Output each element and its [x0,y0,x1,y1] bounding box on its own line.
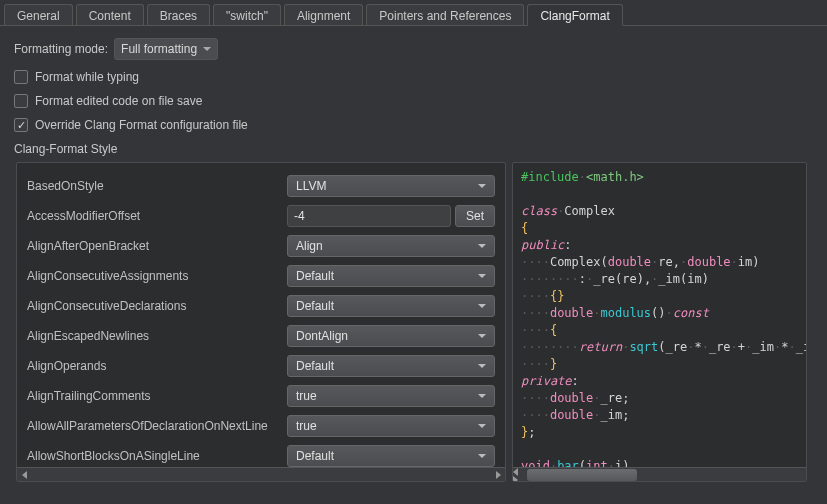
tab-bar: GeneralContentBraces"switch"AlignmentPoi… [0,0,827,26]
set-button[interactable]: Set [455,205,495,227]
settings-pane: BasedOnStyleLLVMAccessModifierOffsetSetA… [16,162,506,482]
setting-value: Default [296,359,334,373]
code-body: #include·<math.h> class·Complex { public… [513,163,806,467]
setting-name: AlignConsecutiveAssignments [27,269,287,283]
setting-row-alignconsecutivedeclarations: AlignConsecutiveDeclarationsDefault [27,291,495,321]
caret-down-icon [203,47,211,51]
setting-combo-basedonstyle[interactable]: LLVM [287,175,495,197]
setting-combo-alignafteropenbracket[interactable]: Align [287,235,495,257]
tab-switch[interactable]: "switch" [213,4,281,25]
caret-down-icon [478,454,486,458]
code-preview-pane: #include·<math.h> class·Complex { public… [512,162,807,482]
tab-pointersandreferences[interactable]: Pointers and References [366,4,524,25]
setting-combo-allowallparametersofdeclarationonnextline[interactable]: true [287,415,495,437]
checkbox-label: Format edited code on file save [35,94,202,108]
setting-value: Default [296,449,334,463]
setting-name: AlignOperands [27,359,287,373]
checkbox-label: Override Clang Format configuration file [35,118,248,132]
caret-down-icon [478,304,486,308]
setting-row-allowshortblocksonasingleline: AllowShortBlocksOnASingleLineDefault [27,441,495,467]
scroll-right-icon[interactable] [491,468,505,482]
checkbox-box: ✓ [14,118,28,132]
scroll-left-icon[interactable] [17,468,31,482]
setting-value: Default [296,299,334,313]
checkbox-box [14,70,28,84]
main-panel: Formatting mode: Full formatting Format … [0,26,827,482]
setting-row-aligntrailingcomments: AlignTrailingCommentstrue [27,381,495,411]
setting-name: AlignAfterOpenBracket [27,239,287,253]
formatting-mode-label: Formatting mode: [14,42,108,56]
caret-down-icon [478,424,486,428]
caret-down-icon [478,244,486,248]
setting-name: BasedOnStyle [27,179,287,193]
setting-input-accessmodifieroffset[interactable] [287,205,451,227]
setting-name: AlignConsecutiveDeclarations [27,299,287,313]
setting-name: AlignTrailingComments [27,389,287,403]
setting-row-allowallparametersofdeclarationonnextline: AllowAllParametersOfDeclarationOnNextLin… [27,411,495,441]
caret-down-icon [478,394,486,398]
setting-row-accessmodifieroffset: AccessModifierOffsetSet [27,201,495,231]
scroll-thumb[interactable] [527,469,637,481]
setting-row-basedonstyle: BasedOnStyleLLVM [27,171,495,201]
setting-row-alignconsecutiveassignments: AlignConsecutiveAssignmentsDefault [27,261,495,291]
setting-name: AlignEscapedNewlines [27,329,287,343]
code-hscrollbar[interactable] [513,467,806,481]
tab-general[interactable]: General [4,4,73,25]
tab-alignment[interactable]: Alignment [284,4,363,25]
setting-combo-alignconsecutiveassignments[interactable]: Default [287,265,495,287]
setting-row-alignafteropenbracket: AlignAfterOpenBracketAlign [27,231,495,261]
setting-value: true [296,389,317,403]
formatting-mode-dropdown[interactable]: Full formatting [114,38,218,60]
setting-name: AllowAllParametersOfDeclarationOnNextLin… [27,419,287,433]
checkbox-box [14,94,28,108]
setting-value: DontAlign [296,329,348,343]
caret-down-icon [478,184,486,188]
setting-combo-allowshortblocksonasingleline[interactable]: Default [287,445,495,467]
format-while-typing-checkbox[interactable]: Format while typing [14,70,139,84]
setting-name: AccessModifierOffset [27,209,287,223]
settings-hscrollbar[interactable] [17,467,505,481]
setting-value: true [296,419,317,433]
checkbox-label: Format while typing [35,70,139,84]
override-config-checkbox[interactable]: ✓ Override Clang Format configuration fi… [14,118,248,132]
setting-name: AllowShortBlocksOnASingleLine [27,449,287,463]
caret-down-icon [478,364,486,368]
setting-value: Default [296,269,334,283]
tab-content[interactable]: Content [76,4,144,25]
caret-down-icon [478,334,486,338]
setting-combo-alignconsecutivedeclarations[interactable]: Default [287,295,495,317]
formatting-mode-value: Full formatting [121,42,197,56]
setting-row-alignescapednewlines: AlignEscapedNewlinesDontAlign [27,321,495,351]
tab-braces[interactable]: Braces [147,4,210,25]
setting-row-alignoperands: AlignOperandsDefault [27,351,495,381]
setting-combo-alignoperands[interactable]: Default [287,355,495,377]
setting-combo-aligntrailingcomments[interactable]: true [287,385,495,407]
tab-clangformat[interactable]: ClangFormat [527,4,622,26]
caret-down-icon [478,274,486,278]
setting-combo-alignescapednewlines[interactable]: DontAlign [287,325,495,347]
format-on-save-checkbox[interactable]: Format edited code on file save [14,94,202,108]
setting-value: Align [296,239,323,253]
setting-value: LLVM [296,179,326,193]
section-title: Clang-Format Style [14,142,813,156]
